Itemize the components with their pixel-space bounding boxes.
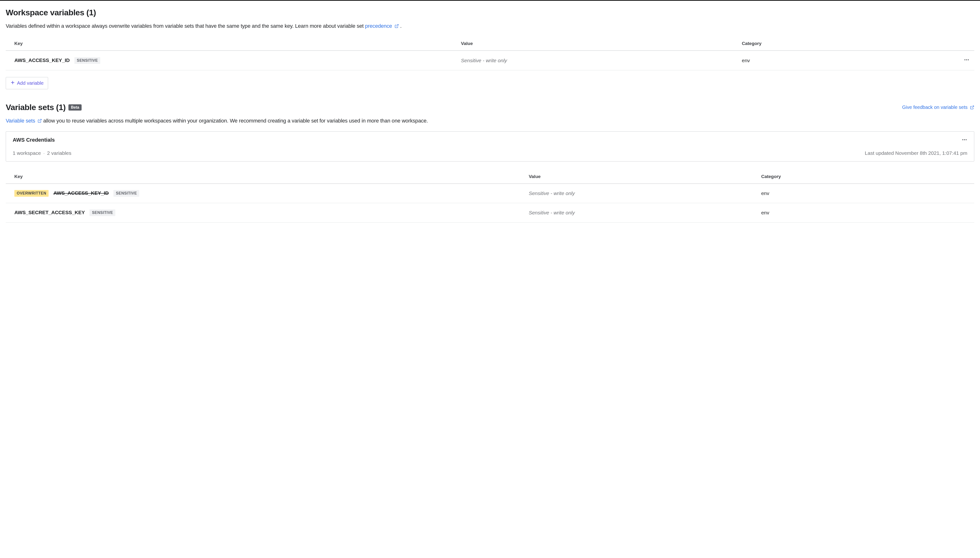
variable-sets-link[interactable]: Variable sets — [6, 118, 43, 124]
sensitive-badge: SENSITIVE — [90, 209, 115, 216]
variable-set-table: Key Value Category OVERWRITTEN AWS_ACCES… — [6, 170, 974, 223]
column-header-category: Category — [761, 170, 936, 184]
more-actions-button[interactable] — [964, 57, 970, 63]
feedback-link-text: Give feedback on variable sets — [902, 105, 968, 110]
description-text-pre: Variables defined within a workspace alw… — [6, 23, 365, 29]
variable-key: AWS_ACCESS_KEY_ID — [14, 57, 70, 63]
add-variable-button[interactable]: Add variable — [6, 77, 48, 89]
precedence-link-text: precedence — [365, 23, 392, 29]
set-variable-count: 2 variables — [47, 150, 72, 156]
variable-sets-description: Variable sets allow you to reuse variabl… — [6, 117, 974, 125]
workspace-variables-table: Key Value Category AWS_ACCESS_KEY_ID SEN… — [6, 37, 974, 71]
variable-set-name: AWS Credentials — [13, 137, 55, 143]
workspace-variables-description: Variables defined within a workspace alw… — [6, 22, 974, 30]
svg-point-2 — [966, 59, 967, 60]
feedback-link[interactable]: Give feedback on variable sets — [902, 105, 975, 110]
column-header-actions — [936, 170, 974, 184]
svg-point-9 — [964, 139, 965, 140]
table-row: AWS_ACCESS_KEY_ID SENSITIVE Sensitive - … — [6, 51, 974, 71]
description-text-post: . — [400, 23, 402, 29]
column-header-key: Key — [6, 170, 529, 184]
variable-category: env — [761, 210, 769, 215]
external-link-icon — [38, 119, 42, 123]
table-row: AWS_SECRET_ACCESS_KEY SENSITIVE Sensitiv… — [6, 203, 974, 223]
precedence-link[interactable]: precedence — [365, 23, 400, 29]
overwritten-badge: OVERWRITTEN — [14, 190, 49, 197]
svg-point-10 — [966, 139, 967, 140]
plus-icon — [10, 80, 15, 86]
variable-category: env — [761, 190, 769, 196]
svg-point-3 — [968, 59, 969, 60]
column-header-actions — [916, 37, 974, 51]
meta-separator: · — [43, 150, 45, 156]
variable-sets-title-text: Variable sets (1) — [6, 103, 66, 112]
column-header-value: Value — [529, 170, 761, 184]
sensitive-badge: SENSITIVE — [113, 190, 139, 197]
svg-line-0 — [396, 25, 398, 26]
svg-line-6 — [972, 106, 974, 108]
workspace-variables-title: Workspace variables (1) — [6, 8, 974, 17]
external-link-icon — [395, 24, 399, 28]
table-row: OVERWRITTEN AWS_ACCESS_KEY_ID SENSITIVE … — [6, 184, 974, 203]
variable-category: env — [742, 57, 750, 63]
svg-point-8 — [962, 139, 963, 140]
svg-line-7 — [39, 119, 41, 121]
external-link-icon — [970, 105, 974, 110]
column-header-value: Value — [461, 37, 742, 51]
variable-sets-desc-post: allow you to reuse variables across mult… — [43, 118, 428, 124]
sensitive-badge: SENSITIVE — [74, 57, 100, 64]
variable-value: Sensitive - write only — [529, 210, 575, 215]
column-header-key: Key — [6, 37, 461, 51]
variable-key: AWS_SECRET_ACCESS_KEY — [14, 210, 85, 215]
set-last-updated: Last updated November 8th 2021, 1:07:41 … — [865, 150, 967, 156]
set-more-actions-button[interactable] — [962, 137, 967, 143]
add-variable-label: Add variable — [17, 80, 44, 86]
variable-key: AWS_ACCESS_KEY_ID — [53, 190, 109, 196]
variable-value: Sensitive - write only — [461, 57, 507, 63]
workspace-variables-title-text: Workspace variables (1) — [6, 8, 96, 17]
variable-value: Sensitive - write only — [529, 190, 575, 196]
variable-sets-link-text: Variable sets — [6, 118, 35, 124]
top-divider — [0, 0, 980, 1]
set-workspace-count: 1 workspace — [13, 150, 41, 156]
column-header-category: Category — [742, 37, 916, 51]
variable-set-card: AWS Credentials 1 workspace · 2 variable… — [6, 131, 974, 161]
variable-sets-title: Variable sets (1) Beta — [6, 103, 82, 112]
beta-badge: Beta — [69, 104, 82, 110]
svg-point-1 — [964, 59, 965, 60]
